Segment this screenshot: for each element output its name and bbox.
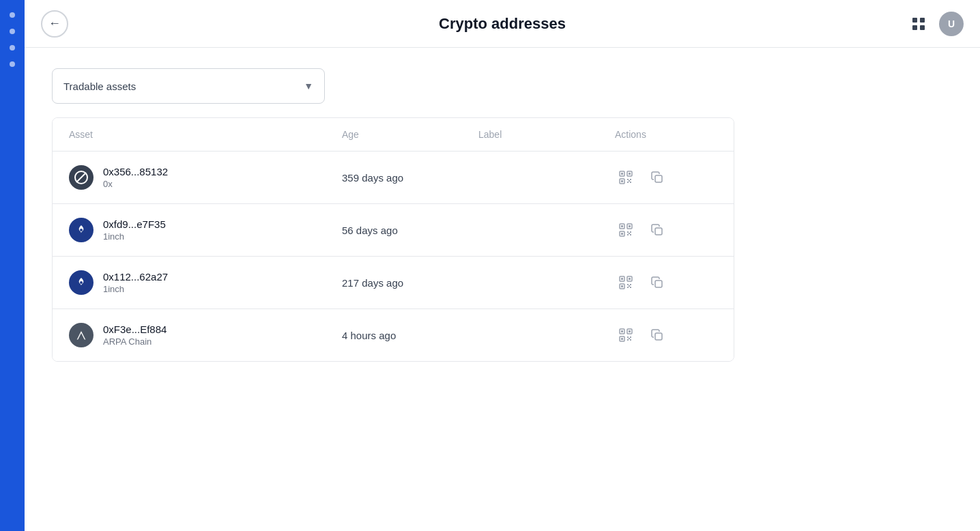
actions-cell bbox=[615, 324, 734, 346]
header-left: ← bbox=[41, 10, 68, 38]
sidebar-indicator bbox=[10, 45, 15, 51]
avatar[interactable]: U bbox=[939, 12, 964, 36]
arpa-icon bbox=[74, 328, 89, 343]
copy-icon bbox=[650, 276, 664, 289]
sidebar-indicator bbox=[10, 61, 15, 67]
asset-icon-1inch bbox=[69, 218, 93, 242]
column-header-label: Label bbox=[478, 129, 615, 140]
asset-info: 0x356...85132 0x bbox=[103, 166, 168, 189]
svg-rect-26 bbox=[627, 231, 629, 233]
svg-rect-13 bbox=[630, 179, 631, 180]
svg-rect-59 bbox=[629, 338, 630, 339]
column-header-actions: Actions bbox=[615, 129, 734, 140]
main-content: Tradable assets ▼ Asset Age Label Action… bbox=[25, 48, 980, 382]
qr-code-icon bbox=[618, 223, 633, 238]
svg-rect-2 bbox=[912, 25, 917, 30]
svg-rect-17 bbox=[655, 175, 662, 182]
asset-sublabel: 1inch bbox=[103, 284, 168, 294]
dropdown-container: Tradable assets ▼ bbox=[52, 68, 953, 104]
asset-info: 0x112...62a27 1inch bbox=[103, 271, 168, 294]
svg-rect-11 bbox=[621, 180, 623, 182]
asset-address: 0x356...85132 bbox=[103, 166, 168, 177]
svg-rect-45 bbox=[655, 281, 662, 287]
banned-icon bbox=[74, 170, 89, 185]
1inch-icon bbox=[74, 223, 89, 238]
svg-rect-7 bbox=[621, 173, 623, 175]
age-cell: 56 days ago bbox=[342, 225, 478, 236]
svg-rect-0 bbox=[912, 18, 917, 23]
age-cell: 359 days ago bbox=[342, 172, 478, 184]
svg-rect-57 bbox=[627, 339, 629, 341]
header-right: U bbox=[906, 12, 964, 36]
qr-code-button[interactable] bbox=[615, 272, 637, 293]
svg-point-19 bbox=[80, 229, 83, 231]
copy-button[interactable] bbox=[646, 219, 668, 241]
asset-info: 0xfd9...e7F35 1inch bbox=[103, 218, 166, 242]
svg-rect-50 bbox=[621, 330, 623, 332]
svg-rect-41 bbox=[630, 284, 631, 285]
table-row: 0x356...85132 0x 359 days ago bbox=[53, 152, 734, 204]
svg-rect-29 bbox=[630, 234, 631, 235]
svg-rect-9 bbox=[629, 173, 631, 175]
copy-icon bbox=[650, 171, 664, 184]
asset-cell: 0xF3e...Ef884 ARPA Chain bbox=[69, 323, 342, 347]
asset-address: 0xF3e...Ef884 bbox=[103, 324, 167, 335]
svg-rect-39 bbox=[621, 285, 623, 287]
qr-code-button[interactable] bbox=[615, 167, 637, 188]
copy-icon bbox=[650, 223, 664, 237]
grid-icon-button[interactable] bbox=[906, 12, 931, 36]
svg-rect-52 bbox=[629, 330, 631, 332]
column-header-asset: Asset bbox=[69, 129, 342, 140]
asset-sublabel: 0x bbox=[103, 179, 168, 189]
svg-rect-1 bbox=[920, 18, 925, 23]
table-row: 0xfd9...e7F35 1inch 56 days ago bbox=[53, 204, 734, 257]
qr-code-icon bbox=[618, 275, 633, 290]
column-header-age: Age bbox=[342, 129, 478, 140]
svg-rect-35 bbox=[621, 278, 623, 280]
sidebar-indicator bbox=[10, 29, 15, 34]
asset-info: 0xF3e...Ef884 ARPA Chain bbox=[103, 324, 167, 347]
svg-rect-3 bbox=[920, 25, 925, 30]
copy-button[interactable] bbox=[646, 167, 668, 188]
grid-icon bbox=[911, 16, 926, 31]
table-row: 0x112...62a27 1inch 217 days ago bbox=[53, 257, 734, 309]
age-cell: 4 hours ago bbox=[342, 330, 478, 341]
svg-line-5 bbox=[76, 173, 86, 182]
svg-rect-27 bbox=[630, 231, 631, 233]
svg-rect-14 bbox=[627, 182, 629, 183]
svg-rect-54 bbox=[621, 338, 623, 340]
svg-rect-25 bbox=[621, 233, 623, 235]
table-header: Asset Age Label Actions bbox=[53, 118, 734, 152]
svg-rect-15 bbox=[630, 182, 631, 183]
back-icon: ← bbox=[48, 16, 61, 31]
qr-code-icon bbox=[618, 328, 633, 343]
copy-button[interactable] bbox=[646, 324, 668, 346]
chevron-down-icon: ▼ bbox=[304, 81, 313, 91]
actions-cell bbox=[615, 167, 734, 188]
svg-rect-42 bbox=[627, 287, 629, 288]
copy-button[interactable] bbox=[646, 272, 668, 293]
back-button[interactable]: ← bbox=[41, 10, 68, 38]
asset-sublabel: 1inch bbox=[103, 231, 166, 242]
svg-point-33 bbox=[80, 281, 83, 284]
asset-sublabel: ARPA Chain bbox=[103, 336, 167, 347]
header: ← Crypto addresses U bbox=[25, 0, 980, 48]
actions-cell bbox=[615, 272, 734, 293]
actions-cell bbox=[615, 219, 734, 241]
qr-code-button[interactable] bbox=[615, 324, 637, 346]
avatar-label: U bbox=[948, 18, 955, 29]
qr-code-icon bbox=[618, 170, 633, 185]
asset-icon-1inch bbox=[69, 270, 93, 295]
table-row: 0xF3e...Ef884 ARPA Chain 4 hours ago bbox=[53, 309, 734, 361]
svg-rect-16 bbox=[629, 180, 630, 182]
svg-rect-43 bbox=[630, 287, 631, 288]
asset-cell: 0x112...62a27 1inch bbox=[69, 270, 342, 295]
svg-rect-58 bbox=[630, 339, 631, 341]
svg-rect-60 bbox=[655, 333, 662, 340]
age-cell: 217 days ago bbox=[342, 277, 478, 289]
1inch-icon bbox=[74, 275, 89, 290]
qr-code-button[interactable] bbox=[615, 219, 637, 241]
dropdown-label: Tradable assets bbox=[63, 81, 136, 92]
asset-icon-arpa bbox=[69, 323, 93, 347]
tradable-assets-dropdown[interactable]: Tradable assets ▼ bbox=[52, 68, 325, 104]
